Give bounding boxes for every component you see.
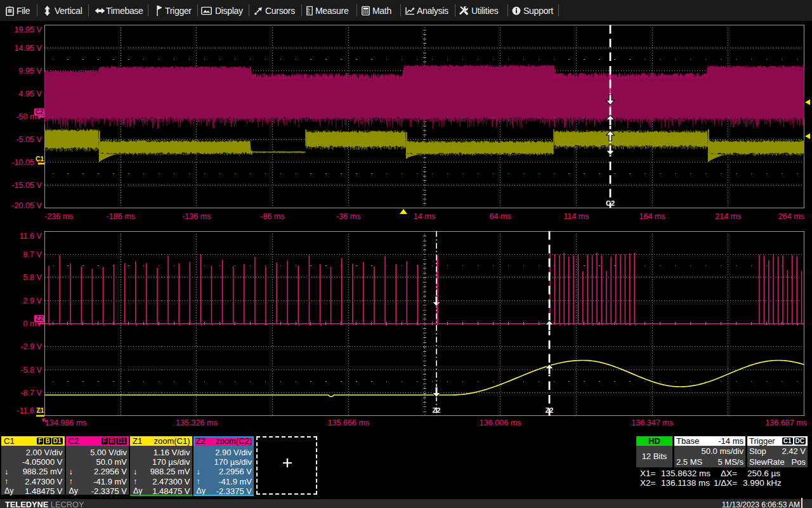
svg-text:19.95 V: 19.95 V [15, 25, 43, 34]
svg-text:14 ms: 14 ms [414, 212, 435, 221]
svg-text:5.8 V: 5.8 V [23, 273, 43, 282]
svg-text:-36 ms: -36 ms [336, 212, 361, 221]
svg-text:136.687 ms: 136.687 ms [765, 418, 807, 427]
svg-text:-186 ms: -186 ms [106, 212, 135, 221]
svg-text:2.9 V: 2.9 V [23, 297, 43, 305]
svg-text:-136 ms: -136 ms [182, 212, 211, 221]
svg-text:C2: C2 [36, 109, 44, 116]
svg-text:-2.9 V: -2.9 V [20, 342, 42, 351]
svg-text:135.666 ms: 135.666 ms [327, 418, 369, 427]
svg-text:C1: C1 [36, 155, 44, 163]
svg-text:Z1: Z1 [36, 406, 44, 414]
svg-text:136.006 ms: 136.006 ms [480, 418, 521, 427]
svg-text:-15.05 V: -15.05 V [11, 181, 42, 190]
svg-text:4.95 V: 4.95 V [19, 90, 43, 98]
svg-text:-20.05 V: -20.05 V [11, 201, 42, 210]
svg-text:64 ms: 64 ms [490, 212, 511, 221]
svg-text:8.7 V: 8.7 V [23, 250, 43, 259]
svg-text:136.347 ms: 136.347 ms [631, 418, 673, 427]
svg-text:264 ms: 264 ms [778, 212, 804, 221]
svg-text:Z2: Z2 [433, 406, 441, 414]
svg-text:164 ms: 164 ms [639, 212, 665, 221]
svg-text:135.326 ms: 135.326 ms [176, 418, 218, 427]
svg-text:-8.7 V: -8.7 V [20, 389, 42, 398]
svg-text:114 ms: 114 ms [563, 212, 589, 221]
svg-text:134.986 ms: 134.986 ms [45, 418, 87, 427]
svg-text:214 ms: 214 ms [715, 212, 741, 221]
svg-text:-5.05 V: -5.05 V [16, 135, 42, 144]
svg-text:14.95 V: 14.95 V [15, 44, 43, 53]
svg-text:11.6 V: 11.6 V [20, 232, 43, 241]
svg-text:-236 ms: -236 ms [44, 212, 74, 221]
svg-text:9.95 V: 9.95 V [19, 67, 43, 76]
svg-text:-86 ms: -86 ms [260, 212, 285, 221]
svg-text:Z2: Z2 [546, 406, 554, 414]
svg-text:Z2: Z2 [36, 315, 43, 322]
svg-text:-5.8 V: -5.8 V [20, 366, 42, 375]
svg-text:C2: C2 [606, 199, 615, 207]
